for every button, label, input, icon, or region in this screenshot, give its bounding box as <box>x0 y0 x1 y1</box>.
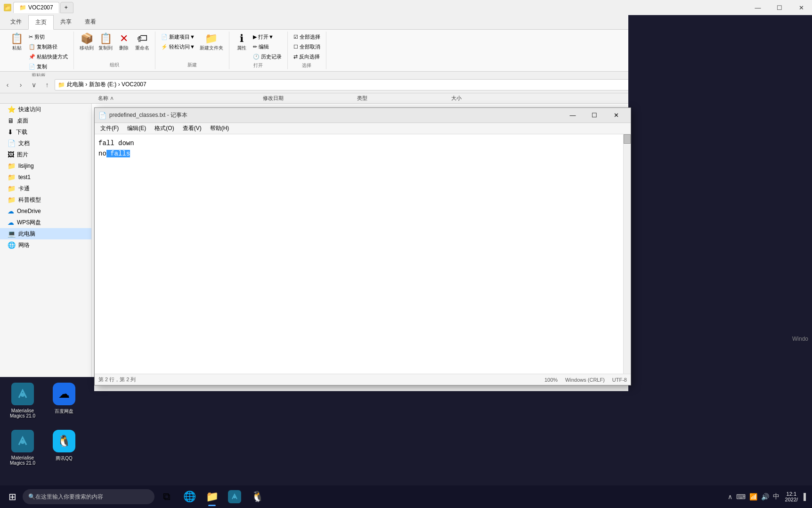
menu-view[interactable]: 查看(V) <box>179 123 205 133</box>
desktop-icon-qq[interactable]: 🐧 腾讯QQ <box>45 428 83 467</box>
close-button[interactable]: ✕ <box>790 0 812 15</box>
notepad-scrollbar[interactable] <box>623 134 631 374</box>
sidebar-label-katong: 卡通 <box>18 185 30 193</box>
move-to-btn[interactable]: 📦 移动到 <box>78 33 96 52</box>
documents-icon: 📄 <box>8 139 16 147</box>
tray-network[interactable]: 📶 <box>749 493 757 500</box>
copy-path-btn[interactable]: 📋 复制路径 <box>27 42 70 51</box>
ribbon-tab-view[interactable]: 查看 <box>78 15 103 29</box>
explorer-window-controls: — ☐ ✕ <box>747 0 812 15</box>
notepad-minimize[interactable]: — <box>562 108 584 123</box>
notepad-body: fall down no falls <box>95 134 631 374</box>
materialise-icon <box>11 383 34 405</box>
sidebar-item-test1[interactable]: 📁 test1 <box>0 172 91 183</box>
sidebar-item-lisijing[interactable]: 📁 lisijing <box>0 160 91 172</box>
history-btn[interactable]: 🕐 历史记录 <box>251 52 284 61</box>
up-button[interactable]: ↑ <box>41 79 53 90</box>
rename-btn[interactable]: 🏷 重命名 <box>133 33 151 52</box>
materialise2-label: MaterialiseMagics 21.0 <box>10 455 35 466</box>
easy-access-btn[interactable]: ⚡ 轻松访问▼ <box>159 42 197 51</box>
ribbon-tab-home[interactable]: 主页 <box>28 15 54 30</box>
properties-btn[interactable]: ℹ 属性 <box>233 33 250 52</box>
recent-locations-button[interactable]: ∨ <box>28 79 40 90</box>
sidebar-item-katong[interactable]: 📁 卡通 <box>0 183 91 194</box>
start-button[interactable]: ⊞ <box>4 488 21 505</box>
deselect-all-btn[interactable]: ☐ 全部取消 <box>292 42 322 51</box>
desktop-icon-materialise2[interactable]: MaterialiseMagics 21.0 <box>4 428 41 467</box>
qq-label: 腾讯QQ <box>56 455 73 462</box>
paste-shortcut-btn[interactable]: 📌 粘贴快捷方式 <box>27 52 70 61</box>
address-path-box[interactable]: 📁 此电脑 › 新加卷 (E:) › VOC2007 <box>55 79 701 90</box>
col-header-type[interactable]: 类型 <box>353 95 447 102</box>
tray-volume[interactable]: 🔊 <box>761 493 769 500</box>
notepad-text-area[interactable]: fall down no falls <box>95 134 623 374</box>
sidebar-item-downloads[interactable]: ⬇ 下载 <box>0 126 91 138</box>
explorer-tab-voc2007[interactable]: 📁 VOC2007 <box>13 2 59 13</box>
ribbon-group-new: 📄 新建项目▼ ⚡ 轻松访问▼ 📁 新建文件夹 新建 <box>155 32 229 69</box>
taskview-icon: ⧉ <box>163 491 171 503</box>
taskbar-taskview[interactable]: ⧉ <box>156 486 177 507</box>
sidebar-item-pictures[interactable]: 🖼 图片 <box>0 149 91 160</box>
col-header-date[interactable]: 修改日期 <box>259 95 353 102</box>
new-item-btn[interactable]: 📄 新建项目▼ <box>159 33 197 41</box>
sidebar-item-documents[interactable]: 📄 文档 <box>0 138 91 149</box>
tray-clock[interactable]: 12:1 2022/ <box>783 491 800 502</box>
sidebar-item-thispc[interactable]: 💻 此电脑 <box>0 228 91 239</box>
select-all-btn[interactable]: ☑ 全部选择 <box>292 33 322 41</box>
maximize-button[interactable]: ☐ <box>769 0 790 15</box>
sidebar-item-kepu[interactable]: 📁 科普模型 <box>0 194 91 205</box>
menu-format[interactable]: 格式(O) <box>151 123 178 133</box>
explorer-window-icon: 📁 <box>4 4 11 11</box>
taskbar-search-icon: 🔍 <box>28 493 35 500</box>
paste-btn[interactable]: 📋 粘贴 <box>8 33 26 52</box>
taskbar-explorer[interactable]: 📁 <box>202 486 222 507</box>
new-folder-btn[interactable]: 📁 新建文件夹 <box>198 33 225 52</box>
new-tab-btn[interactable]: + <box>60 2 73 13</box>
menu-edit[interactable]: 编辑(E) <box>123 123 150 133</box>
notepad-maximize[interactable]: ☐ <box>584 108 605 123</box>
taskbar-qq[interactable]: 🐧 <box>247 486 268 507</box>
menu-help[interactable]: 帮助(H) <box>206 123 233 133</box>
notepad-title: predefined_classes.txt - 记事本 <box>109 111 559 119</box>
taskbar-search[interactable]: 🔍 在这里输入你要搜索的内容 <box>23 489 154 504</box>
clock-date: 2022/ <box>785 497 798 502</box>
show-desktop-btn[interactable]: ▌ <box>804 493 808 500</box>
ribbon-group-select: ☑ 全部选择 ☐ 全部取消 ⇄ 反向选择 选择 <box>288 32 326 69</box>
col-header-name[interactable]: 名称 ∧ <box>94 95 259 102</box>
back-button[interactable]: ‹ <box>2 79 13 90</box>
sidebar-item-quickaccess[interactable]: ⭐ 快速访问 <box>0 104 91 115</box>
delete-btn[interactable]: ✕ 删除 <box>115 33 132 52</box>
ribbon-tab-file[interactable]: 文件 <box>4 15 28 29</box>
col-header-size[interactable]: 大小 <box>447 95 495 102</box>
sidebar-item-desktop[interactable]: 🖥 桌面 <box>0 115 91 126</box>
notepad-close[interactable]: ✕ <box>605 108 627 123</box>
tray-arrow[interactable]: ∧ <box>728 493 732 500</box>
notepad-line-1: fall down <box>98 138 619 148</box>
desktop-icon-baidu[interactable]: ☁ 百度网盘 <box>45 381 83 420</box>
minimize-button[interactable]: — <box>747 0 769 15</box>
sidebar-label-desktop: 桌面 <box>17 117 28 125</box>
sidebar-item-wps[interactable]: ☁ WPS网盘 <box>0 217 91 228</box>
tray-ime[interactable]: 中 <box>773 492 780 501</box>
open-btn[interactable]: ▶ 打开▼ <box>251 33 284 41</box>
sort-icon: ∧ <box>110 95 114 101</box>
wps-icon: ☁ <box>8 219 14 226</box>
copy-to-btn[interactable]: 📋 复制到 <box>97 33 114 52</box>
katong-icon: 📁 <box>8 185 16 192</box>
tray-keyboard[interactable]: ⌨ <box>736 493 746 500</box>
cut-btn[interactable]: ✂ 剪切 <box>27 33 70 41</box>
edit-btn[interactable]: ✏ 编辑 <box>251 42 284 51</box>
scroll-thumb[interactable] <box>624 134 631 144</box>
ribbon-tab-share[interactable]: 共享 <box>54 15 78 29</box>
invert-select-btn[interactable]: ⇄ 反向选择 <box>292 52 322 61</box>
taskbar-store[interactable] <box>224 486 245 507</box>
sidebar-item-onedrive[interactable]: ☁ OneDrive <box>0 205 91 217</box>
copy-btn[interactable]: 📄 复制 <box>27 62 70 71</box>
desktop-icon-materialise[interactable]: MaterialiseMagics 21.0 <box>4 381 41 420</box>
menu-file[interactable]: 文件(F) <box>97 123 122 133</box>
taskbar-edge[interactable]: 🌐 <box>179 486 200 507</box>
sidebar-item-network[interactable]: 🌐 网络 <box>0 239 91 251</box>
qq-taskbar-icon: 🐧 <box>251 491 264 503</box>
notepad-text-line1: fall down <box>98 139 134 147</box>
forward-button[interactable]: › <box>15 79 26 90</box>
